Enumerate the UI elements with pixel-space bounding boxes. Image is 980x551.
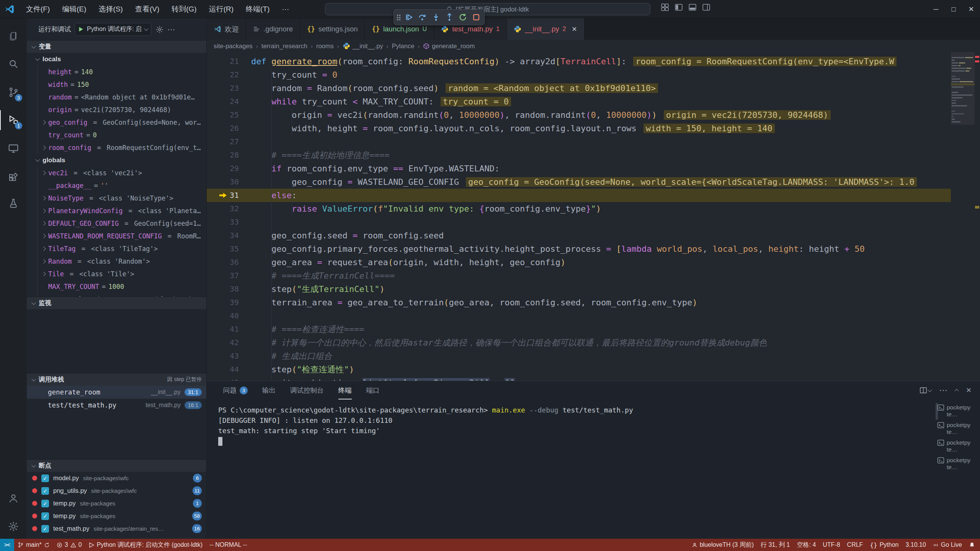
variable-row-__package__[interactable]: __package__='' <box>27 179 206 192</box>
breakpoints-section-header[interactable]: 断点 <box>27 459 206 472</box>
variable-row-Tile[interactable]: Tile=<class 'Tile'> <box>27 267 206 280</box>
go-live-item[interactable]: Go Live <box>929 539 965 551</box>
breakpoint-row-0[interactable]: ✓model.pysite-packages\wfc6 <box>27 472 206 484</box>
gutter-32[interactable]: 32 <box>207 202 251 215</box>
debug-step-out-button[interactable] <box>444 12 455 23</box>
git-blame-item[interactable]: blueloveTH (3 周前) <box>688 539 757 551</box>
debug-step-into-button[interactable] <box>431 12 441 23</box>
gutter-21[interactable]: 21 <box>207 55 251 68</box>
panel-close-icon[interactable]: ✕ <box>966 386 972 395</box>
gutter-34[interactable]: 34 <box>207 229 251 242</box>
gutter-40[interactable]: 40 <box>207 309 251 323</box>
activitybar-run-debug[interactable]: 1 <box>0 110 27 130</box>
toggle-panel-icon[interactable] <box>688 3 697 11</box>
menu-item-1[interactable]: 编辑(E) <box>56 3 92 16</box>
variable-row-DEFAULT_GEO_CONFIG[interactable]: DEFAULT_GEO_CONFIG=GeoConfig(seed=1… <box>27 217 206 230</box>
variable-row-try_count[interactable]: try_count=0 <box>27 129 206 141</box>
watch-section-header[interactable]: 监视 <box>27 297 206 309</box>
gutter-25[interactable]: 25 <box>207 108 251 122</box>
tab-close-icon[interactable]: ✕ <box>572 25 577 33</box>
debug-step-over-button[interactable] <box>417 12 428 23</box>
gutter-27[interactable]: 27 <box>207 135 251 148</box>
variable-row-stop[interactable]: stop=<function stop at 0x1bf9cd216d <box>27 293 206 297</box>
tab-[interactable]: 欢迎 <box>207 18 246 40</box>
gutter-41[interactable]: 41 <box>207 323 251 336</box>
breakpoint-checkbox[interactable]: ✓ <box>41 525 49 533</box>
panel-tab-调试控制台[interactable]: 调试控制台 <box>290 381 324 399</box>
git-branch-item[interactable]: main* <box>14 539 53 551</box>
variable-row-NoiseType[interactable]: NoiseType=<class 'NoiseType'> <box>27 192 206 204</box>
panel-tab-输出[interactable]: 输出 <box>262 381 276 399</box>
variable-row-height[interactable]: height=140 <box>27 65 206 78</box>
tab-settings.json[interactable]: {}settings.json <box>300 18 365 40</box>
split-terminal-button[interactable] <box>920 386 931 394</box>
breakpoint-row-4[interactable]: ✓test_math.pysite-packages\terrain_res…1… <box>27 522 206 535</box>
variable-row-geo_config[interactable]: geo_config=GeoConfig(seed=None, wor… <box>27 116 206 129</box>
command-center-search[interactable]: [扩展开发宿主] godot-ldtk <box>325 3 650 15</box>
code-editor[interactable]: 2021def generate_room(room_config: RoomR… <box>207 52 951 381</box>
breakpoint-checkbox[interactable]: ✓ <box>41 487 49 495</box>
debug-config-dropdown[interactable]: Python 调试程序: 启 <box>75 23 151 36</box>
variable-row-TileTag[interactable]: TileTag=<class 'TileTag'> <box>27 242 206 255</box>
encoding-item[interactable]: UTF-8 <box>819 539 843 551</box>
terminal-output[interactable]: PS C:\computer_science\godot-ldtk\site-p… <box>218 405 934 536</box>
debug-session-item[interactable]: Python 调试程序: 启动文件 (godot-ldtk) <box>85 539 206 551</box>
gutter-23[interactable]: 23 <box>207 82 251 95</box>
gutter-36[interactable]: 36 <box>207 256 251 269</box>
menu-item-3[interactable]: 查看(V) <box>129 3 165 16</box>
gutter-28[interactable]: 28 <box>207 148 251 162</box>
gutter-39[interactable]: 39 <box>207 296 251 309</box>
variables-section-header[interactable]: 变量 <box>27 40 206 53</box>
terminal-instance-0[interactable]: pocketpy te… <box>937 403 980 421</box>
breadcrumb-item-0[interactable]: site-packages <box>214 42 253 50</box>
debug-toolbar-drag-handle[interactable] <box>397 14 401 21</box>
tab-.gdignore[interactable]: .gdignore <box>246 18 300 40</box>
breadcrumb-item-5[interactable]: generate_room <box>423 42 475 50</box>
breadcrumb-item-3[interactable]: __init__.py <box>343 42 383 50</box>
language-mode-item[interactable]: {} Python <box>866 539 902 551</box>
menu-item-7[interactable]: ··· <box>276 3 295 16</box>
variable-row-random[interactable]: random=<Random object at 0x1bf9d01e… <box>27 91 206 103</box>
gutter-22[interactable]: 22 <box>207 68 251 82</box>
variable-row-room_config[interactable]: room_config=RoomRequestConfig(env_t… <box>27 141 206 154</box>
menu-item-5[interactable]: 运行(R) <box>203 3 240 16</box>
gutter-42[interactable]: 42 <box>207 336 251 349</box>
notifications-bell-item[interactable] <box>965 539 978 551</box>
activitybar-settings[interactable] <box>0 517 27 536</box>
var-group-locals[interactable]: locals <box>27 53 206 65</box>
toggle-sidebar-right-icon[interactable] <box>702 3 710 11</box>
eol-item[interactable]: CRLF <box>844 539 867 551</box>
callstack-frame-generate_room[interactable]: generate_room__init__.py31:1 <box>27 386 206 399</box>
activitybar-remote-explorer[interactable] <box>0 139 27 158</box>
breadcrumb-item-1[interactable]: terrain_research <box>261 42 307 50</box>
window-maximize-button[interactable]: □ <box>945 0 962 18</box>
breadcrumb[interactable]: site-packages›terrain_research›rooms›__i… <box>207 40 980 52</box>
debug-continue-button[interactable] <box>403 12 414 23</box>
gutter-31[interactable]: 31 <box>207 189 251 202</box>
callstack-section-header[interactable]: 调用堆栈 因 step 已暂停 <box>27 373 206 386</box>
activitybar-extensions[interactable] <box>0 168 27 188</box>
gutter-33[interactable]: 33 <box>207 215 251 229</box>
gutter-26[interactable]: 26 <box>207 122 251 135</box>
gutter-45[interactable]: 45 <box>207 376 251 381</box>
menu-item-6[interactable]: 终端(T) <box>240 3 276 16</box>
window-minimize-button[interactable]: ─ <box>927 0 945 18</box>
menu-item-2[interactable]: 选择(S) <box>93 3 129 16</box>
remote-indicator[interactable]: >< <box>0 539 14 551</box>
gutter-35[interactable]: 35 <box>207 242 251 256</box>
variable-row-Random[interactable]: Random=<class 'Random'> <box>27 255 206 267</box>
cursor-position-item[interactable]: 行 31, 列 1 <box>757 539 793 551</box>
breakpoint-row-2[interactable]: ✓temp.pysite-packages1 <box>27 497 206 510</box>
variable-row-vec2i[interactable]: vec2i=<class 'vec2i'> <box>27 166 206 179</box>
variable-row-origin[interactable]: origin=vec2i(7205730, 9024468) <box>27 103 206 116</box>
gutter-20[interactable]: 20 <box>207 52 251 55</box>
variable-row-PlanetaryWindConfig[interactable]: PlanetaryWindConfig=<class 'Planeta… <box>27 204 206 217</box>
breakpoint-checkbox[interactable]: ✓ <box>41 500 49 507</box>
var-group-globals[interactable]: globals <box>27 154 206 166</box>
indentation-item[interactable]: 空格: 4 <box>793 539 819 551</box>
activitybar-explorer[interactable] <box>0 26 27 46</box>
more-actions-icon[interactable]: ⋯ <box>167 25 175 34</box>
panel-maximize-icon[interactable] <box>954 389 959 393</box>
terminal-instance-3[interactable]: pocketpy te… <box>937 456 980 474</box>
activitybar-testing[interactable] <box>0 194 27 214</box>
